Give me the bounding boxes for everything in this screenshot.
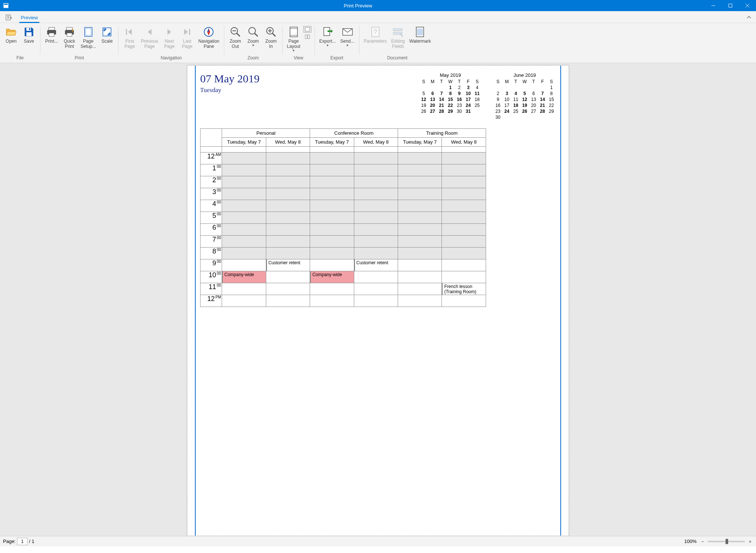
page-layout-button[interactable]: Page Layout ▼ <box>285 24 303 54</box>
schedule-cell <box>310 295 354 307</box>
schedule-cell <box>442 236 486 248</box>
schedule-grid: PersonalConference RoomTraining RoomTues… <box>200 128 486 307</box>
time-label: 1000 <box>201 271 222 283</box>
zoom-plus-button[interactable]: + <box>747 539 753 544</box>
zoom-thumb[interactable] <box>726 539 728 544</box>
view-single-icon[interactable] <box>303 26 312 33</box>
page-setup-icon <box>82 26 94 38</box>
page-number-input[interactable] <box>17 538 27 545</box>
last-page-button[interactable]: Last Page <box>178 24 196 54</box>
schedule-cell <box>266 200 310 212</box>
calendar-event: Customer retent <box>266 259 310 271</box>
watermark-button[interactable]: Watermark <box>407 24 433 54</box>
mini-cal-title: May 2019 <box>419 72 482 78</box>
svg-rect-13 <box>49 27 55 30</box>
open-button[interactable]: Open <box>2 24 20 54</box>
svg-rect-6 <box>6 15 10 20</box>
scale-button[interactable]: Scale <box>98 24 116 54</box>
schedule-cell: Company-wide <box>310 271 354 283</box>
page-setup-button[interactable]: Page Setup... <box>78 24 98 54</box>
schedule-cell <box>222 224 266 236</box>
schedule-cell <box>266 283 310 295</box>
schedule-cell <box>442 164 486 176</box>
schedule-cell <box>442 188 486 200</box>
last-page-icon <box>181 26 193 38</box>
svg-rect-15 <box>49 33 54 36</box>
svg-rect-39 <box>308 35 310 39</box>
svg-rect-19 <box>85 27 92 36</box>
first-page-button[interactable]: First Page <box>121 24 139 54</box>
print-button[interactable]: Print... <box>43 24 61 54</box>
zoom-out-button[interactable]: Zoom Out <box>227 24 244 54</box>
svg-rect-3 <box>729 4 732 7</box>
schedule-cell <box>354 200 398 212</box>
group-navigation: First Page Previous Page Next Page Last … <box>120 24 222 63</box>
zoom-percent: 100% <box>684 539 697 544</box>
svg-point-28 <box>249 27 255 34</box>
schedule-cell <box>398 248 442 259</box>
tab-preview[interactable]: Preview <box>16 13 43 23</box>
group-view: Page Layout ▼ View <box>284 24 313 63</box>
next-page-button[interactable]: Next Page <box>160 24 178 54</box>
zoom-button[interactable]: Zoom ▼ <box>244 24 262 54</box>
schedule-cell <box>266 248 310 259</box>
room-header: Training Room <box>398 129 486 138</box>
schedule-cell <box>222 236 266 248</box>
save-button[interactable]: Save <box>20 24 38 54</box>
export-button[interactable]: Export... ▼ <box>317 24 338 54</box>
schedule-cell <box>310 164 354 176</box>
preview-workspace[interactable]: 07 May 2019 Tuesday May 2019SMTWTFS12345… <box>0 63 756 536</box>
maximize-button[interactable] <box>722 0 739 11</box>
file-menu-button[interactable] <box>2 12 16 23</box>
page-date-title: 07 May 2019 <box>200 72 419 85</box>
quick-print-button[interactable]: Quick Print <box>61 24 78 54</box>
send-button[interactable]: Send... ▼ <box>338 24 356 54</box>
zoom-out-icon <box>229 26 241 38</box>
day-header: Tuesday, May 7 <box>310 138 354 147</box>
preview-page: 07 May 2019 Tuesday May 2019SMTWTFS12345… <box>187 65 569 536</box>
parameters-button[interactable]: ? Parameters <box>362 24 389 54</box>
schedule-cell <box>354 248 398 259</box>
schedule-cell <box>310 248 354 259</box>
view-multi-icon[interactable] <box>303 33 312 40</box>
schedule-cell <box>398 224 442 236</box>
zoom-slider[interactable]: − + <box>700 539 753 544</box>
previous-page-button[interactable]: Previous Page <box>139 24 160 54</box>
zoom-track[interactable] <box>708 541 745 542</box>
zoom-minus-button[interactable]: − <box>700 539 706 544</box>
schedule-cell <box>222 188 266 200</box>
editing-fields-button[interactable]: Editing Fields <box>389 24 407 54</box>
schedule-cell <box>398 271 442 283</box>
collapse-ribbon-button[interactable] <box>746 14 752 21</box>
time-label: 600 <box>201 224 222 236</box>
schedule-cell <box>222 176 266 188</box>
schedule-cell <box>310 212 354 224</box>
chevron-down-icon: ▼ <box>252 44 255 47</box>
svg-rect-18 <box>67 33 72 36</box>
svg-rect-23 <box>189 29 190 35</box>
schedule-cell <box>266 212 310 224</box>
page-total: / 1 <box>29 539 34 544</box>
zoom-in-button[interactable]: Zoom In <box>262 24 280 54</box>
schedule-cell <box>266 164 310 176</box>
svg-line-29 <box>255 33 258 36</box>
minimize-button[interactable] <box>705 0 722 11</box>
time-label: 500 <box>201 212 222 224</box>
schedule-cell <box>442 176 486 188</box>
chevron-down-icon: ▼ <box>346 44 349 47</box>
schedule-cell <box>354 153 398 164</box>
schedule-cell <box>442 295 486 307</box>
schedule-cell <box>310 176 354 188</box>
navigation-pane-button[interactable]: Navigation Pane <box>196 24 222 54</box>
schedule-cell <box>310 283 354 295</box>
titlebar: Print Preview <box>0 0 756 11</box>
close-button[interactable] <box>739 0 756 11</box>
statusbar: Page: / 1 100% − + <box>0 536 756 546</box>
chevron-down-icon: ▼ <box>326 44 329 47</box>
schedule-cell <box>266 188 310 200</box>
page-layout-icon <box>288 26 300 38</box>
schedule-cell <box>442 153 486 164</box>
svg-line-26 <box>237 33 240 36</box>
mini-calendar: May 2019SMTWTFS1234567891011121314151617… <box>419 72 482 120</box>
quick-print-icon <box>63 26 75 38</box>
